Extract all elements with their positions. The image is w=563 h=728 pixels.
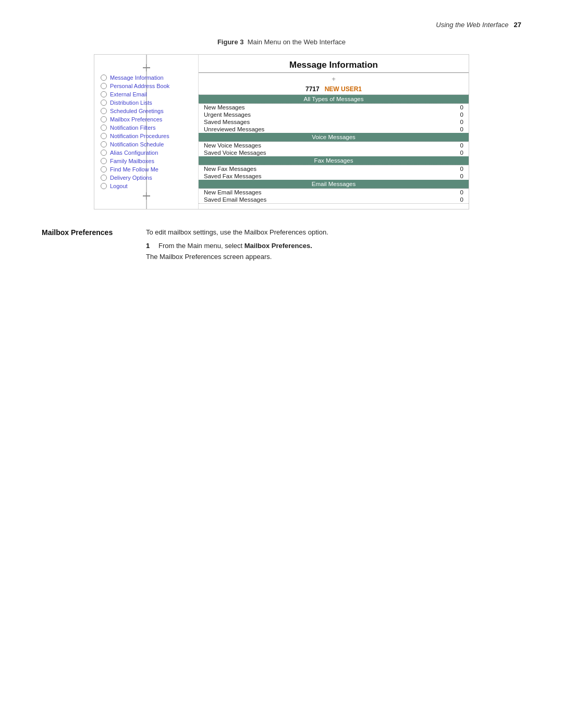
nav-panel: Message Information Personal Address Boo… xyxy=(94,55,199,209)
nav-bullet xyxy=(101,75,107,81)
nav-link-notification-schedule[interactable]: Notification Schedule xyxy=(110,141,164,147)
nav-link-distribution-lists[interactable]: Distribution Lists xyxy=(110,100,152,106)
section-header-all-types: All Types of Messages xyxy=(199,95,469,104)
figure-caption: Figure 3 Main Menu on the Web Interface xyxy=(42,38,521,46)
nav-link-notification-procedures[interactable]: Notification Procedures xyxy=(110,133,169,139)
nav-item-notification-schedule[interactable]: Notification Schedule xyxy=(94,140,198,149)
nav-bullet xyxy=(101,133,107,139)
nav-item-scheduled-greetings[interactable]: Scheduled Greetings xyxy=(94,107,198,115)
msg-label-saved-messages: Saved Messages xyxy=(204,119,250,125)
content-plus-sign: + xyxy=(199,74,469,84)
msg-label-new-fax: New Fax Messages xyxy=(204,166,256,172)
step-number-1: 1 xyxy=(146,242,158,250)
msg-row-saved-fax: Saved Fax Messages 0 xyxy=(199,172,469,180)
msg-count-new-voice: 0 xyxy=(460,142,463,149)
nav-link-external-email[interactable]: External Email xyxy=(110,91,147,97)
msg-count-saved-messages: 0 xyxy=(460,119,463,125)
nav-link-alias-configuration[interactable]: Alias Configuration xyxy=(110,150,158,156)
msg-count-saved-voice: 0 xyxy=(460,150,463,156)
body-section: Mailbox Preferences To edit mailbox sett… xyxy=(42,228,521,261)
nav-bullet xyxy=(101,158,107,164)
msg-row-urgent-messages: Urgent Messages 0 xyxy=(199,111,469,118)
msg-count-new-email: 0 xyxy=(460,189,463,195)
msg-count-new-fax: 0 xyxy=(460,166,463,172)
nav-bullet xyxy=(101,108,107,114)
nav-bullet xyxy=(101,150,107,156)
nav-bullet xyxy=(101,83,107,89)
step1-bold: Mailbox Preferences. xyxy=(244,242,312,250)
nav-link-message-information[interactable]: Message Information xyxy=(110,75,164,81)
nav-bottom-cross xyxy=(143,192,150,200)
msg-label-new-messages: New Messages xyxy=(204,104,245,110)
nav-link-scheduled-greetings[interactable]: Scheduled Greetings xyxy=(110,108,164,114)
step1-sub: The Mailbox Preferences screen appears. xyxy=(146,253,521,261)
nav-item-logout[interactable]: Logout xyxy=(94,182,198,190)
msg-count-urgent-messages: 0 xyxy=(460,112,463,118)
nav-item-distribution-lists[interactable]: Distribution Lists xyxy=(94,98,198,107)
body-label-mailbox-prefs: Mailbox Preferences xyxy=(42,228,146,237)
section-header-email-messages: Email Messages xyxy=(199,180,469,189)
msg-row-unreviewed-messages: Unreviewed Messages 0 xyxy=(199,126,469,133)
figure-label: Figure 3 xyxy=(217,38,244,46)
step-row-1: 1 From the Main menu, select Mailbox Pre… xyxy=(146,242,521,250)
body-content-mailbox-prefs: To edit mailbox settings, use the Mailbo… xyxy=(146,228,521,236)
msg-label-unreviewed-messages: Unreviewed Messages xyxy=(204,126,264,132)
nav-bullet xyxy=(101,141,107,147)
user-number: 7717 xyxy=(305,85,320,93)
nav-link-family-mailboxes[interactable]: Family Mailboxes xyxy=(110,158,154,164)
nav-bullet xyxy=(101,116,107,122)
nav-bullet xyxy=(101,91,107,97)
nav-top-cross xyxy=(143,64,150,71)
nav-item-notification-filters[interactable]: Notification Filters xyxy=(94,124,198,132)
msg-row-saved-messages: Saved Messages 0 xyxy=(199,118,469,126)
nav-item-alias-configuration[interactable]: Alias Configuration xyxy=(94,149,198,157)
step-content-1: From the Main menu, select Mailbox Prefe… xyxy=(158,242,521,250)
msg-label-new-voice: New Voice Messages xyxy=(204,142,261,149)
msg-label-saved-voice: Saved Voice Messages xyxy=(204,150,266,156)
content-panel: Message Information + 7717 NEW USER1 All… xyxy=(199,55,469,209)
user-name: NEW USER1 xyxy=(325,85,362,93)
nav-item-external-email[interactable]: External Email xyxy=(94,90,198,98)
nav-bullet xyxy=(101,100,107,106)
screenshot-area: Message Information Personal Address Boo… xyxy=(94,54,469,209)
msg-count-new-messages: 0 xyxy=(460,104,463,110)
nav-item-mailbox-preferences[interactable]: Mailbox Preferences xyxy=(94,115,198,124)
nav-bullet xyxy=(101,183,107,189)
nav-item-personal-address-book[interactable]: Personal Address Book xyxy=(94,82,198,90)
nav-link-logout[interactable]: Logout xyxy=(110,183,128,189)
user-info-row: 7717 NEW USER1 xyxy=(199,84,469,94)
msg-row-new-messages: New Messages 0 xyxy=(199,104,469,111)
section-header-fax-messages: Fax Messages xyxy=(199,156,469,165)
msg-count-saved-fax: 0 xyxy=(460,173,463,179)
msg-row-new-voice: New Voice Messages 0 xyxy=(199,142,469,149)
page-container: Using the Web Interface 27 Figure 3 Main… xyxy=(0,0,563,728)
msg-row-saved-email: Saved Email Messages 0 xyxy=(199,196,469,204)
figure-caption-text: Main Menu on the Web Interface xyxy=(248,38,346,46)
body-row-mailbox-prefs: Mailbox Preferences To edit mailbox sett… xyxy=(42,228,521,237)
msg-label-saved-fax: Saved Fax Messages xyxy=(204,173,262,179)
nav-bullet xyxy=(101,166,107,172)
message-info-title: Message Information xyxy=(199,55,469,73)
nav-item-message-information[interactable]: Message Information xyxy=(94,73,198,82)
msg-row-new-fax: New Fax Messages 0 xyxy=(199,165,469,172)
msg-row-new-email: New Email Messages 0 xyxy=(199,189,469,196)
nav-link-personal-address-book[interactable]: Personal Address Book xyxy=(110,83,169,89)
nav-link-delivery-options[interactable]: Delivery Options xyxy=(110,175,152,181)
nav-item-family-mailboxes[interactable]: Family Mailboxes xyxy=(94,157,198,165)
page-header: Using the Web Interface 27 xyxy=(42,21,521,29)
nav-bullet xyxy=(101,125,107,131)
nav-link-find-me-follow-me[interactable]: Find Me Follow Me xyxy=(110,166,158,172)
header-italic: Using the Web Interface xyxy=(436,21,508,29)
msg-count-unreviewed-messages: 0 xyxy=(460,126,463,132)
msg-label-new-email: New Email Messages xyxy=(204,189,262,195)
nav-bullet xyxy=(101,175,107,181)
section-header-voice-messages: Voice Messages xyxy=(199,133,469,142)
msg-count-saved-email: 0 xyxy=(460,196,463,203)
nav-item-notification-procedures[interactable]: Notification Procedures xyxy=(94,132,198,140)
nav-link-mailbox-preferences[interactable]: Mailbox Preferences xyxy=(110,116,162,122)
nav-item-find-me-follow-me[interactable]: Find Me Follow Me xyxy=(94,165,198,174)
msg-label-urgent-messages: Urgent Messages xyxy=(204,112,251,118)
nav-link-notification-filters[interactable]: Notification Filters xyxy=(110,125,155,131)
nav-item-delivery-options[interactable]: Delivery Options xyxy=(94,174,198,182)
msg-label-saved-email: Saved Email Messages xyxy=(204,196,266,203)
